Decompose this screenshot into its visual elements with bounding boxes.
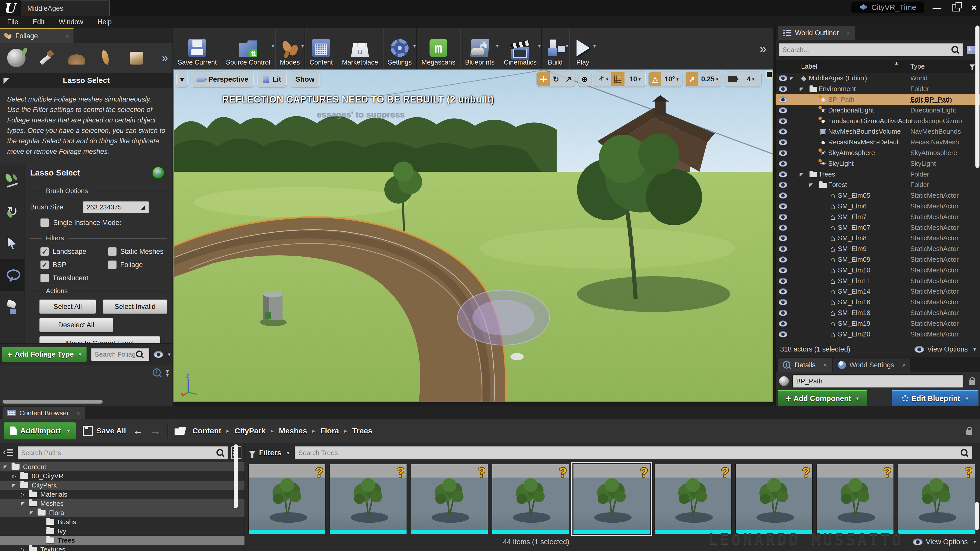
- foliage-type-list[interactable]: ▾▾: [0, 365, 172, 399]
- checkbox[interactable]: [108, 247, 117, 256]
- lasso-tool-button[interactable]: [0, 259, 24, 291]
- expander-icon[interactable]: [21, 492, 29, 497]
- menu-item[interactable]: Edit: [25, 18, 52, 26]
- asset-thumbnail[interactable]: ?: [329, 464, 407, 534]
- horizontal-scrollbar[interactable]: [3, 400, 103, 403]
- outliner-view-options[interactable]: View Options▾: [915, 345, 976, 353]
- lasso-select-section-header[interactable]: ◤ Lasso Select: [0, 73, 172, 87]
- toolbar-button[interactable]: ▾ Content: [304, 28, 337, 69]
- menu-item[interactable]: File: [0, 18, 25, 26]
- level-tab[interactable]: MiddleAges: [21, 0, 110, 16]
- visibility-eye-icon[interactable]: [779, 160, 788, 167]
- expander-icon[interactable]: [30, 510, 37, 516]
- toolbar-button[interactable]: ▾ Modes: [275, 28, 304, 69]
- grid-snap-value[interactable]: 10▾: [625, 72, 646, 86]
- forward-button[interactable]: →: [150, 425, 161, 437]
- asset-thumbnail[interactable]: ?: [410, 464, 488, 534]
- visibility-eye-icon[interactable]: [779, 118, 788, 124]
- visibility-eye-icon[interactable]: [779, 256, 788, 262]
- lock-icon[interactable]: [969, 380, 975, 385]
- foliage-tab[interactable]: Foliage ×: [0, 28, 73, 43]
- folder-tree-row[interactable]: 00_CityVR: [0, 472, 245, 481]
- reapply-tool-button[interactable]: [0, 195, 24, 227]
- select-tool-button[interactable]: [0, 227, 24, 259]
- outliner-row[interactable]: RecastNavMesh-Default RecastNavMesh: [776, 137, 980, 148]
- visibility-eye-icon[interactable]: [779, 278, 788, 284]
- info-search-icon[interactable]: [151, 368, 162, 378]
- search-paths-input[interactable]: Search Paths: [18, 446, 228, 460]
- outliner-row[interactable]: SM_Elm6 StaticMeshActor: [776, 201, 980, 212]
- toolbar-button[interactable]: ▾ Megascans: [416, 28, 460, 69]
- outliner-row[interactable]: SM_Elm14 StaticMeshActor: [776, 286, 980, 297]
- outliner-row[interactable]: SM_Elm05 StaticMeshActor: [776, 190, 980, 201]
- breadcrumb-item[interactable]: CityPark▸: [234, 427, 274, 435]
- checkbox[interactable]: [108, 260, 117, 269]
- actor-name-field[interactable]: BP_Path: [792, 375, 963, 388]
- restore-button[interactable]: [953, 4, 960, 11]
- visibility-eye-icon[interactable]: [779, 86, 788, 92]
- folder-tree-row[interactable]: CityPark: [0, 481, 245, 490]
- grid-snap-button[interactable]: [611, 72, 625, 86]
- visibility-eye-icon[interactable]: [779, 299, 788, 305]
- toolbar-button[interactable]: ▾ Play: [569, 28, 597, 69]
- double-chevron-icon[interactable]: ▾▾: [166, 369, 169, 377]
- toolbar-button[interactable]: ▾ Build: [541, 28, 569, 69]
- outliner-row[interactable]: SM_Elm8 StaticMeshActor: [776, 233, 980, 244]
- outliner-row[interactable]: SM_Elm09 StaticMeshActor: [776, 254, 980, 265]
- outliner-row[interactable]: LandscapeGizmoActiveActor LandscapeGizmo: [776, 116, 980, 126]
- level-viewport[interactable]: ▾ Perspective Lit Show REFLECTION CAPTUR…: [173, 69, 773, 402]
- toolbar-button[interactable]: ▾ Save Current: [173, 28, 221, 69]
- filter-checkbox-item[interactable]: BSP: [40, 260, 105, 269]
- mode-overflow-chevron[interactable]: »: [162, 52, 169, 64]
- asset-thumbnail[interactable]: ?: [573, 464, 651, 534]
- asset-thumbnail[interactable]: ?: [248, 464, 326, 534]
- show-flags-button[interactable]: Show: [290, 72, 320, 87]
- world-outliner-tab[interactable]: World Outliner ×: [778, 26, 855, 40]
- asset-thumbnail[interactable]: ?: [492, 464, 570, 534]
- camera-speed-value[interactable]: 4▾: [740, 72, 761, 86]
- outliner-column-header[interactable]: Label ▲ Type: [776, 60, 980, 73]
- scale-snap-value[interactable]: 0.25▾: [698, 72, 721, 86]
- outliner-row[interactable]: SkyLight SkyLight: [776, 158, 980, 169]
- single-instance-checkbox[interactable]: [40, 218, 49, 227]
- foliage-visibility-dropdown[interactable]: ▾: [154, 351, 170, 358]
- visibility-eye-icon[interactable]: [779, 289, 788, 295]
- visibility-eye-icon[interactable]: [779, 129, 788, 135]
- folder-tree-row[interactable]: Ivy: [0, 527, 245, 536]
- asset-thumbnail[interactable]: ?: [654, 464, 732, 534]
- type-filter-icon[interactable]: [969, 65, 975, 68]
- menu-item[interactable]: Window: [52, 18, 90, 26]
- toolbar-button[interactable]: ▾ Cinematics: [499, 28, 541, 69]
- visibility-eye-icon[interactable]: [779, 235, 788, 241]
- expander-icon[interactable]: [12, 473, 20, 479]
- visibility-eye-icon[interactable]: [779, 107, 788, 113]
- outliner-scrollbar[interactable]: [975, 25, 980, 168]
- camera-speed-button[interactable]: [725, 72, 740, 86]
- perspective-button[interactable]: Perspective: [191, 72, 254, 87]
- maximize-viewport-button[interactable]: [770, 74, 771, 78]
- outliner-row[interactable]: SM_Elm7 StaticMeshActor: [776, 211, 980, 222]
- folder-tree-row[interactable]: Meshes: [0, 499, 245, 508]
- brush-size-field[interactable]: 263.234375◢: [83, 201, 149, 213]
- menu-item[interactable]: Help: [90, 18, 119, 26]
- filter-checkbox-item[interactable]: Static Meshes: [108, 247, 167, 256]
- visibility-eye-icon[interactable]: [779, 75, 788, 81]
- outliner-row[interactable]: SM_Elm16 StaticMeshActor: [776, 297, 980, 308]
- outliner-search-input[interactable]: Search...: [779, 43, 963, 57]
- folder-tree-row[interactable]: Content: [0, 462, 245, 472]
- expander-icon[interactable]: [800, 86, 808, 92]
- outliner-row[interactable]: SM_Elm19 StaticMeshActor: [776, 318, 980, 329]
- expander-icon[interactable]: [800, 171, 808, 177]
- paint-tool-button[interactable]: [0, 164, 24, 195]
- expander-icon[interactable]: [809, 182, 818, 188]
- breadcrumb-item[interactable]: Trees▸: [352, 427, 372, 435]
- breadcrumb-item[interactable]: Meshes▸: [279, 427, 315, 435]
- add-foliage-type-button[interactable]: +Add Foliage Type▾: [2, 347, 87, 362]
- visibility-eye-icon[interactable]: [779, 139, 788, 145]
- select-all-button[interactable]: Select All: [39, 300, 96, 314]
- toolbar-button[interactable]: ▾ Marketplace: [337, 28, 383, 69]
- close-icon[interactable]: ×: [842, 29, 850, 37]
- lock-icon[interactable]: [966, 430, 972, 435]
- fill-tool-button[interactable]: [0, 291, 24, 323]
- details-tab[interactable]: Details×: [778, 358, 832, 372]
